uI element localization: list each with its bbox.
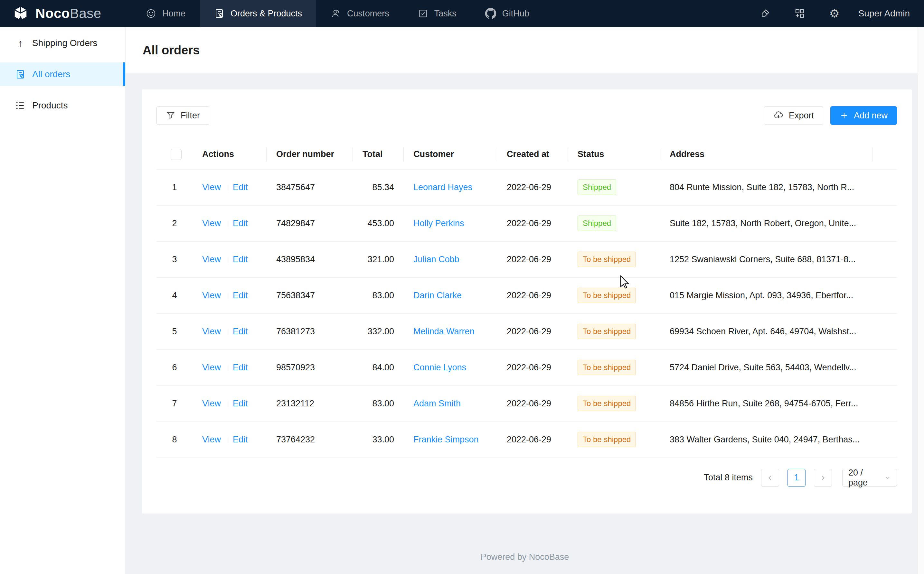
nav-item-customers[interactable]: Customers [316,0,403,27]
table-row: 8 ViewEdit 73764232 33.00 Frankie Simpso… [156,421,897,457]
column-header-actions: Actions [193,140,267,169]
customer-link[interactable]: Melinda Warren [413,326,475,336]
customer-cell: Adam Smith [404,385,497,421]
nav-item-tasks[interactable]: Tasks [403,0,471,27]
total-cell: 332.00 [353,313,404,349]
status-cell: To be shipped [568,278,660,313]
column-header-created-at: Created at [497,140,568,169]
user-menu[interactable]: Super Admin [852,8,924,19]
plugin-blocks-icon[interactable] [782,0,817,27]
total-cell: 83.00 [353,385,404,421]
sidebar-item-label: Shipping Orders [32,38,97,48]
column-header-order-number: Order number [267,140,353,169]
nav-item-label: Orders & Products [231,9,302,19]
address-cell: 383 Walter Gardens, Suite 040, 24947, Be… [660,421,872,457]
customer-link[interactable]: Frankie Simpson [413,435,479,444]
navbar-right-actions: ⚙ Super Admin [747,0,924,27]
next-page-button[interactable] [814,469,832,487]
customer-link[interactable]: Holly Perkins [413,218,464,228]
customer-link[interactable]: Julian Cobb [413,254,460,264]
edit-link[interactable]: Edit [233,290,248,300]
edit-link[interactable]: Edit [233,399,248,408]
customer-link[interactable]: Adam Smith [413,399,461,408]
row-index: 5 [156,313,193,349]
gear-icon[interactable]: ⚙ [817,0,852,27]
brand-name: NocoBase [35,6,101,21]
edit-link[interactable]: Edit [233,254,248,264]
nav-item-label: Home [162,9,185,19]
edit-link[interactable]: Edit [233,363,248,372]
view-link[interactable]: View [202,435,221,444]
github-icon [485,8,496,19]
customer-cell: Melinda Warren [404,313,497,349]
customer-cell: Connie Lyons [404,349,497,385]
select-all-checkbox[interactable] [171,149,182,160]
scrollbar-track[interactable] [918,27,924,574]
address-cell: Suite 182, 15783, North Robert, Oregon, … [660,205,872,241]
ui-editor-highlighter-icon[interactable] [747,0,782,27]
previous-page-button[interactable] [761,469,779,487]
view-link[interactable]: View [202,218,221,228]
status-badge: To be shipped [578,252,636,267]
view-link[interactable]: View [202,183,221,192]
total-cell: 453.00 [353,205,404,241]
view-link[interactable]: View [202,363,221,372]
nav-item-home[interactable]: Home [131,0,200,27]
row-index: 7 [156,385,193,421]
created-at-cell: 2022-06-29 [497,313,568,349]
orders-card: Filter Export [142,90,912,514]
row-index: 3 [156,241,193,278]
row-actions: ViewEdit [193,205,267,241]
total-cell: 33.00 [353,421,404,457]
nocobase-logo[interactable]: NocoBase [0,5,131,22]
status-cell: To be shipped [568,421,660,457]
file-check-icon [15,69,26,80]
customer-link[interactable]: Connie Lyons [413,363,466,372]
view-link[interactable]: View [202,399,221,408]
view-link[interactable]: View [202,290,221,300]
row-actions: ViewEdit [193,241,267,278]
row-actions: ViewEdit [193,385,267,421]
customer-cell: Frankie Simpson [404,421,497,457]
table-row: 1 ViewEdit 38475647 85.34 Leonard Hayes … [156,169,897,205]
address-cell: 1252 Swaniawski Corners, Suite 688, 8137… [660,241,872,278]
status-badge: To be shipped [578,360,636,375]
nav-item-orders-products[interactable]: Orders & Products [200,0,316,27]
sidebar-item-products[interactable]: Products [0,94,125,117]
customer-link[interactable]: Leonard Hayes [413,183,472,192]
sidebar-item-all-orders[interactable]: All orders [0,62,125,86]
column-header-customer: Customer [404,140,497,169]
add-new-button[interactable]: Add new [830,106,897,125]
export-button[interactable]: Export [764,106,823,125]
nav-item-github[interactable]: GitHub [471,0,543,27]
nav-item-label: GitHub [502,9,529,19]
order-number-cell: 73764232 [267,421,353,457]
customers-icon [330,8,341,19]
edit-link[interactable]: Edit [233,218,248,228]
sidebar-item-shipping-orders[interactable]: ↑ Shipping Orders [0,31,125,55]
status-cell: Shipped [568,169,660,205]
filter-button[interactable]: Filter [156,106,209,125]
table-toolbar: Filter Export [156,106,897,125]
table-header-row: Actions Order number Total Customer Crea… [156,140,897,169]
row-index: 4 [156,278,193,313]
address-cell: 5724 Daniel Drive, Suite 563, 54403, Wen… [660,349,872,385]
view-link[interactable]: View [202,326,221,336]
row-index: 1 [156,169,193,205]
column-header-address: Address [660,140,872,169]
created-at-cell: 2022-06-29 [497,349,568,385]
page-size-select[interactable]: 20 / page [842,469,897,487]
edit-link[interactable]: Edit [233,435,248,444]
toolbar-right: Export Add new [764,106,897,125]
row-actions: ViewEdit [193,421,267,457]
view-link[interactable]: View [202,254,221,264]
edit-link[interactable]: Edit [233,326,248,336]
edit-link[interactable]: Edit [233,183,248,192]
customer-link[interactable]: Darin Clarke [413,290,462,300]
page-number-button[interactable]: 1 [788,469,806,487]
row-index: 8 [156,421,193,457]
created-at-cell: 2022-06-29 [497,278,568,313]
address-cell: 804 Runte Mission, Suite 182, 15783, Nor… [660,169,872,205]
nav-item-label: Tasks [434,9,456,19]
table-row: 5 ViewEdit 76381273 332.00 Melinda Warre… [156,313,897,349]
